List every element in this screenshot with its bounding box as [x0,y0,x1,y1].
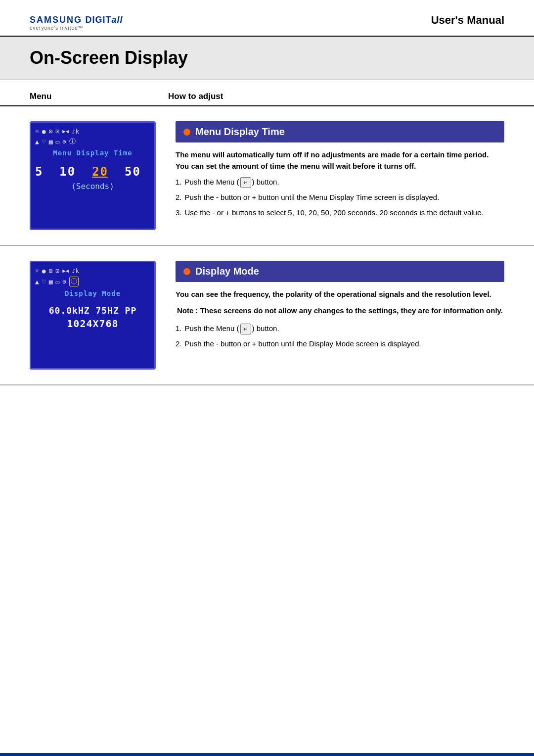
icon2-info-highlighted: ⓘ [69,277,79,286]
digit-text: DIGIT [86,15,112,25]
icon2-box-sq: ⊡ [55,267,59,275]
section2-dot [183,268,190,275]
section1-title-bar: Menu Display Time [176,121,504,142]
column-headers: Menu How to adjust [0,84,534,106]
icon2-rect: ▭ [55,278,59,285]
monitor-freq: 60.0kHZ 75HZ PP [35,305,150,316]
icon2-triangle: ▲ [35,278,39,285]
monitor-label-1: Menu Display Time [35,149,150,157]
section2-right-content: Display Mode You can see the frequency, … [176,261,504,370]
step2-num-2: 2. [176,338,182,350]
page-title-section: On-Screen Display [0,37,534,80]
header: SAMSUNG DIGITall everyone's invited™ Use… [0,0,534,37]
step-1-2: 2. Push the - button or + button until t… [176,192,504,203]
step-1-1: 1. Push the Menu (↵) button. [176,177,504,188]
monitor-label-2: Display Mode [35,289,150,297]
icon2-circle: ● [42,267,46,275]
section1-desc: The menu will automatically turn off if … [176,149,504,172]
icon-box-x: ⊠ [49,128,53,135]
menu-column-header: Menu [30,92,168,101]
logo-tagline: everyone's invited™ [30,25,123,31]
step-2-1: 1. Push the Menu (↵) button. [176,323,504,334]
step-1-2-text: Push the - button or + button until the … [185,192,440,203]
icon-plus-circle: ⊕ [62,138,66,145]
icon2-plus-circle: ⊕ [62,278,66,285]
section-menu-display-time: ☼ ● ⊠ ⊡ ▶◀ ♪k ▲ ♡ ▦ ▭ ⊕ ⓘ Menu Display T… [0,106,534,246]
icon2-sun: ☼ [35,267,39,275]
samsung-logo: SAMSUNG DIGITall [30,14,123,25]
step-2-2: 2. Push the - button or + button until t… [176,338,504,350]
section2-title: Display Mode [195,266,259,277]
icon-box-sq: ⊡ [55,128,59,135]
step2-num-1: 1. [176,323,182,334]
section2-desc: You can see the frequency, the polarity … [176,289,504,300]
section2-title-bar: Display Mode [176,261,504,282]
monitor-icons-row2: ▲ ♡ ▦ ▭ ⊕ ⓘ [35,137,150,146]
step-1-3: 3. Use the - or + buttons to select 5, 1… [176,207,504,219]
menu-button-icon-1: ↵ [240,177,251,188]
step-num-3: 3. [176,207,182,219]
monitor-res: 1024X768 [35,318,150,330]
monitor-icons-row1: ☼ ● ⊠ ⊡ ▶◀ ♪k [35,128,150,135]
monitor-selected-value: 20 [92,165,108,179]
section1-title: Menu Display Time [195,126,285,138]
icon-sun: ☼ [35,128,39,135]
icon-music: ♪k [72,128,79,135]
menu-button-icon-2: ↵ [240,324,251,334]
icon-grid: ▦ [49,138,53,145]
samsung-text: SAMSUNG [30,15,82,25]
icon2-grid: ▦ [49,278,53,285]
step-2-2-text: Push the - button or + button until the … [185,338,421,350]
icon-triangle: ▲ [35,138,39,145]
icon-circle: ● [42,128,46,135]
logo-area: SAMSUNG DIGITall everyone's invited™ [30,14,123,31]
icon-arrows: ▶◀ [62,128,69,135]
icon-info: ⓘ [69,137,76,146]
page: SAMSUNG DIGITall everyone's invited™ Use… [0,0,534,756]
monitor-subtext-1: (Seconds) [35,182,150,191]
icon2-music: ♪k [72,268,79,275]
icon2-heart: ♡ [42,278,46,285]
section2-steps: 1. Push the Menu (↵) button. 2. Push the… [176,323,504,350]
monitor-display-2: ☼ ● ⊠ ⊡ ▶◀ ♪k ▲ ♡ ▦ ▭ ⊕ ⓘ Display Mode 6… [30,261,156,370]
all-text: all [112,15,123,25]
section1-steps: 1. Push the Menu (↵) button. 2. Push the… [176,177,504,218]
section2-note: Note : These screens do not allow any ch… [176,305,504,317]
icon2-box-x: ⊠ [49,267,53,275]
step-1-1-text: Push the Menu (↵) button. [185,177,279,188]
step-1-3-text: Use the - or + buttons to select 5, 10, … [185,207,484,219]
how-column-header: How to adjust [168,92,223,101]
icon-rect: ▭ [55,138,59,145]
step-num-2: 2. [176,192,182,203]
section1-dot [183,129,190,136]
footer-bar [0,753,534,756]
page-title: On-Screen Display [30,47,504,68]
monitor-values-1: 5 10 20 50 200 [35,165,150,179]
step-num-1: 1. [176,177,182,188]
monitor-display-1: ☼ ● ⊠ ⊡ ▶◀ ♪k ▲ ♡ ▦ ▭ ⊕ ⓘ Menu Display T… [30,121,156,230]
step-2-1-text: Push the Menu (↵) button. [185,323,279,334]
section-display-mode: ☼ ● ⊠ ⊡ ▶◀ ♪k ▲ ♡ ▦ ▭ ⊕ ⓘ Display Mode 6… [0,246,534,385]
header-title: User's Manual [431,14,504,27]
section1-right-content: Menu Display Time The menu will automati… [176,121,504,230]
monitor2-icons-row2: ▲ ♡ ▦ ▭ ⊕ ⓘ [35,277,150,286]
monitor2-icons-row1: ☼ ● ⊠ ⊡ ▶◀ ♪k [35,267,150,275]
icon2-arrows: ▶◀ [62,268,69,274]
icon-heart: ♡ [42,138,46,145]
